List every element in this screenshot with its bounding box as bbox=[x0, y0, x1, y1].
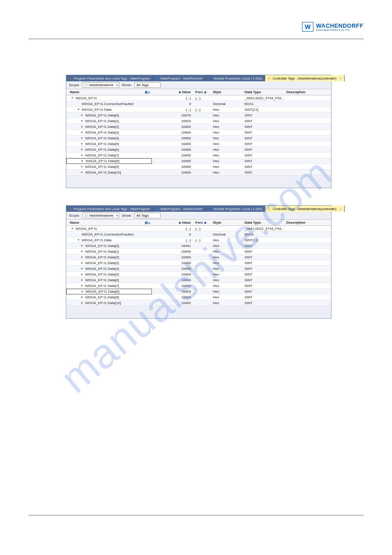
expand-toggle-icon[interactable]: ▾ bbox=[77, 238, 80, 242]
table-row[interactable]: ▸WDGA_EP:I1.Data[10]16#00HexSINT bbox=[66, 170, 331, 175]
table-row[interactable]: ▾WDGA_EP:I1{...}{...}_05A1:0022_5744_F94… bbox=[66, 226, 331, 232]
table-row[interactable]: ▸WDGA_EP:I1.Data[7]16#00HexSINT bbox=[66, 152, 331, 158]
table-row[interactable]: ▸WDGA_EP:I1.Data[6]16#00HexSINT bbox=[66, 147, 331, 152]
cell-datatype: BOOL bbox=[243, 232, 284, 236]
col-value[interactable]: ◆ Value bbox=[152, 221, 194, 225]
table-row[interactable]: ▸WDGA_EP:I1.Data[6]16#00HexSINT bbox=[66, 277, 331, 283]
table-row[interactable]: ▸WDGA_EP:I1.Data[8]16#03HexSINT bbox=[66, 289, 331, 294]
col-style[interactable]: Style bbox=[211, 90, 243, 94]
expand-toggle-icon[interactable]: ▸ bbox=[80, 131, 84, 134]
tab-routine[interactable]: MainProgram - MainRoutine* bbox=[153, 75, 206, 81]
table-row[interactable]: WDGA_EP:I1.ConnectionFaulted0DecimalBOOL bbox=[66, 232, 331, 237]
expand-toggle-icon[interactable]: ▾ bbox=[71, 227, 74, 230]
cell-datatype: SINT bbox=[243, 278, 284, 282]
expand-toggle-icon[interactable]: ▸ bbox=[80, 119, 84, 123]
tab-label: Controller Tags - Inbetriebnahme(control… bbox=[273, 76, 336, 80]
table-row[interactable]: ▸WDGA_EP:I1.Data[5]16#00HexSINT bbox=[66, 272, 331, 277]
col-description[interactable]: Description bbox=[284, 90, 331, 94]
show-input[interactable]: All Tags bbox=[134, 82, 161, 88]
cell-value: 16#03 bbox=[152, 119, 194, 123]
expand-toggle-icon[interactable]: ▸ bbox=[80, 165, 84, 168]
col-datatype[interactable]: Data Type bbox=[243, 90, 284, 94]
table-row[interactable]: ▸WDGA_EP:I1.Data[8]16#00HexSINT bbox=[66, 158, 331, 164]
table-row[interactable]: ▸WDGA_EP:I1.Data[10]16#02HexSINT bbox=[66, 300, 331, 306]
table-row[interactable]: ▸WDGA_EP:I1.Data[9]16#00HexSINT bbox=[66, 164, 331, 170]
col-name[interactable]: Name bbox=[66, 221, 143, 225]
cell-datatype: BOOL bbox=[243, 102, 284, 106]
col-datatype[interactable]: Data Type bbox=[243, 221, 284, 225]
table-row[interactable]: ▸WDGA_EP:I1.Data[0]16#76HexSINT bbox=[66, 112, 331, 118]
table-row[interactable]: WDGA_EP:I1.ConnectionFaulted0DecimalBOOL bbox=[66, 101, 331, 107]
expand-toggle-icon[interactable]: ▸ bbox=[80, 295, 84, 299]
expand-toggle-icon[interactable]: ▸ bbox=[80, 113, 84, 117]
table-row[interactable]: ▾WDGA_EP:I1.Data{...}{...}HexSINT[11] bbox=[66, 107, 331, 112]
expand-toggle-icon[interactable]: ▸ bbox=[80, 261, 84, 265]
expand-toggle-icon[interactable]: ▸ bbox=[81, 290, 84, 293]
expand-toggle-icon[interactable]: ▾ bbox=[71, 96, 74, 100]
table-row[interactable]: ▾WDGA_EP:I1.Data{...}{...}HexSINT[11] bbox=[66, 237, 331, 243]
expand-toggle-icon[interactable]: ▾ bbox=[77, 108, 80, 111]
col-force[interactable]: Forc ◆ bbox=[194, 90, 211, 94]
routine-icon bbox=[156, 76, 159, 80]
show-input[interactable]: All Tags bbox=[134, 213, 161, 218]
expand-toggle-icon[interactable]: ▸ bbox=[80, 170, 84, 174]
expand-toggle-icon[interactable]: ▸ bbox=[80, 267, 84, 270]
expand-toggle-icon[interactable]: ▸ bbox=[80, 136, 84, 140]
table-row[interactable]: ▸WDGA_EP:I1.Data[9]16#00HexSINT bbox=[66, 294, 331, 300]
expand-toggle-icon[interactable]: ▸ bbox=[80, 142, 84, 145]
table-row[interactable]: ▸WDGA_EP:I1.Data[3]16#00HexSINT bbox=[66, 260, 331, 266]
cell-style: Hex bbox=[211, 165, 243, 169]
cell-style: Hex bbox=[211, 159, 243, 163]
close-icon[interactable]: × bbox=[339, 207, 342, 211]
table-row[interactable]: ▸WDGA_EP:I1.Data[2]16#00HexSINT bbox=[66, 124, 331, 130]
expand-toggle-icon[interactable]: ▸ bbox=[80, 125, 84, 128]
table-row[interactable]: ▸WDGA_EP:I1.Data[4]16#00HexSINT bbox=[66, 266, 331, 272]
tab-module[interactable]: Module Properties: Local ( 1.002) bbox=[206, 206, 265, 212]
expand-toggle-icon[interactable]: ▸ bbox=[80, 250, 84, 253]
col-sort[interactable]: ▤ ▴ bbox=[143, 221, 152, 225]
cell-value: 16#00 bbox=[152, 136, 194, 140]
table-row[interactable]: ▸WDGA_EP:I1.Data[7]16#00HexSINT bbox=[66, 283, 331, 289]
table-row[interactable]: ▸WDGA_EP:I1.Data[3]16#00HexSINT bbox=[66, 130, 331, 135]
tabbar: Program Parameters and Local Tags - Main… bbox=[66, 206, 331, 212]
table-row[interactable]: ▸WDGA_EP:I1.Data[2]16#00HexSINT bbox=[66, 254, 331, 260]
expand-toggle-icon[interactable]: ▸ bbox=[80, 244, 84, 247]
cell-style: Hex bbox=[211, 255, 243, 259]
tab-param[interactable]: Program Parameters and Local Tags - Main… bbox=[66, 75, 153, 81]
expand-toggle-icon[interactable]: ▸ bbox=[80, 272, 84, 276]
expand-toggle-icon[interactable]: ▸ bbox=[80, 284, 84, 287]
expand-toggle-icon[interactable]: ▸ bbox=[80, 148, 84, 151]
table-row[interactable]: ▾WDGA_EP:I1{...}{...}_05A1:0022_5744_F94… bbox=[66, 95, 331, 101]
tab-ctags[interactable]: Controller Tags - Inbetriebnahme(control… bbox=[265, 206, 345, 212]
cell-style: Hex bbox=[211, 244, 243, 248]
expand-toggle-icon[interactable]: ▸ bbox=[80, 255, 84, 259]
col-description[interactable]: Description bbox=[284, 221, 331, 225]
table-row[interactable]: ▸WDGA_EP:I1.Data[4]16#00HexSINT bbox=[66, 135, 331, 141]
cell-force: {...} bbox=[194, 238, 211, 242]
table-row[interactable]: ▸WDGA_EP:I1.Data[5]16#00HexSINT bbox=[66, 141, 331, 147]
expand-toggle-icon[interactable]: ▸ bbox=[80, 301, 84, 305]
scope-dropdown[interactable]: ◫Inbetriebnahme bbox=[83, 82, 119, 88]
col-name[interactable]: Name bbox=[66, 90, 143, 94]
col-style[interactable]: Style bbox=[211, 221, 243, 225]
col-sort[interactable]: ▤ ▴ bbox=[143, 91, 152, 94]
close-icon[interactable]: × bbox=[339, 76, 342, 80]
expand-toggle-icon[interactable]: ▸ bbox=[80, 278, 84, 282]
expand-toggle-icon[interactable]: ▸ bbox=[80, 153, 84, 157]
tab-ctags[interactable]: Controller Tags - Inbetriebnahme(control… bbox=[265, 75, 345, 81]
tab-param[interactable]: Program Parameters and Local Tags - Main… bbox=[66, 206, 153, 212]
table-row[interactable]: ▸WDGA_EP:I1.Data[1]16#03HexSINT bbox=[66, 118, 331, 124]
col-force[interactable]: Forc ◆ bbox=[194, 221, 211, 225]
col-value[interactable]: ◆ Value bbox=[152, 90, 194, 94]
expand-toggle-icon[interactable]: ▸ bbox=[81, 159, 84, 163]
tab-routine[interactable]: MainProgram - MainRoutine* bbox=[153, 206, 206, 212]
table-row[interactable]: ▸WDGA_EP:I1.Data[0]16#41HexSINT bbox=[66, 243, 331, 249]
cell-name: ▸WDGA_EP:I1.Data[10] bbox=[66, 170, 121, 174]
table-row[interactable]: ▸WDGA_EP:I1.Data[1]16#88HexSINT bbox=[66, 249, 331, 254]
cell-datatype: SINT bbox=[243, 301, 284, 305]
tab-module[interactable]: Module Properties: Local ( 1.002) bbox=[206, 75, 265, 81]
cell-name: ▸WDGA_EP:I1.Data[2] bbox=[66, 125, 119, 129]
cell-style: Hex bbox=[211, 250, 243, 254]
scope-dropdown[interactable]: ◫Inbetriebnahme bbox=[83, 213, 119, 218]
cell-name: WDGA_EP:I1.ConnectionFaulted bbox=[66, 102, 133, 106]
